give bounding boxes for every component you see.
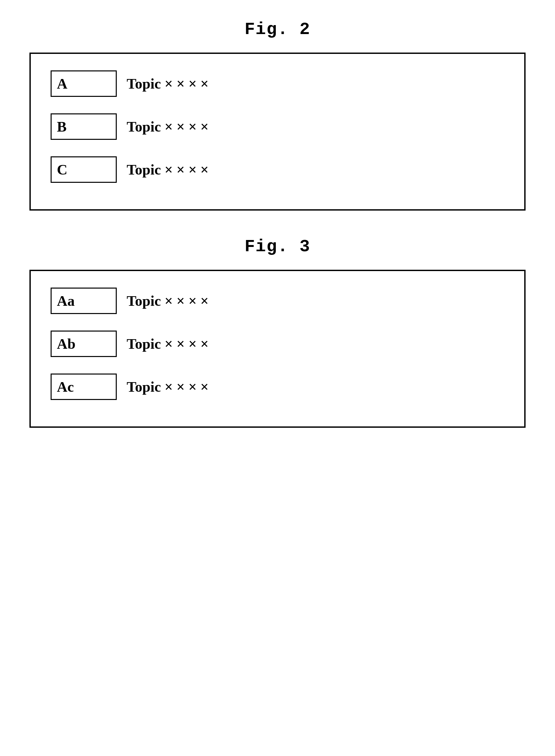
fig3-label-text-0: Aa [57, 292, 75, 310]
fig3-topic-text-2: Topic × × × × [127, 378, 209, 395]
fig3-topic-text-0: Topic × × × × [127, 292, 209, 310]
fig2-label-text-0: A [57, 76, 68, 92]
fig2-label-text-2: C [57, 161, 68, 178]
fig2-title-text: Fig. 2 [245, 20, 310, 39]
fig3-topic-text-1: Topic × × × × [127, 335, 209, 352]
fig2-topic-text-0: Topic × × × × [127, 76, 209, 92]
fig2-row-0: A Topic × × × × [51, 70, 504, 97]
fig2-container: A Topic × × × × B Topic × × × × C Topic … [30, 53, 525, 210]
fig3-title-text: Fig. 3 [245, 237, 310, 256]
fig2-label-box-0: A [51, 70, 117, 97]
fig3-row-0: Aa Topic × × × × [51, 288, 504, 314]
fig3-label-box-2: Ac [51, 374, 117, 400]
fig3-label-box-1: Ab [51, 331, 117, 357]
fig2-label-text-1: B [57, 119, 67, 135]
fig2-topic-text-2: Topic × × × × [127, 161, 209, 178]
fig3-label-box-0: Aa [51, 288, 117, 314]
fig3-label-text-1: Ab [57, 335, 75, 352]
fig3-row-2: Ac Topic × × × × [51, 374, 504, 400]
fig2-label-box-1: B [51, 113, 117, 140]
fig2-label-box-2: C [51, 156, 117, 183]
fig2-row-2: C Topic × × × × [51, 156, 504, 183]
fig2-topic-text-1: Topic × × × × [127, 119, 209, 135]
fig3-row-1: Ab Topic × × × × [51, 331, 504, 357]
fig2-row-1: B Topic × × × × [51, 113, 504, 140]
fig3-container: Aa Topic × × × × Ab Topic × × × × Ac Top… [30, 270, 525, 428]
fig3-label-text-2: Ac [57, 378, 74, 395]
